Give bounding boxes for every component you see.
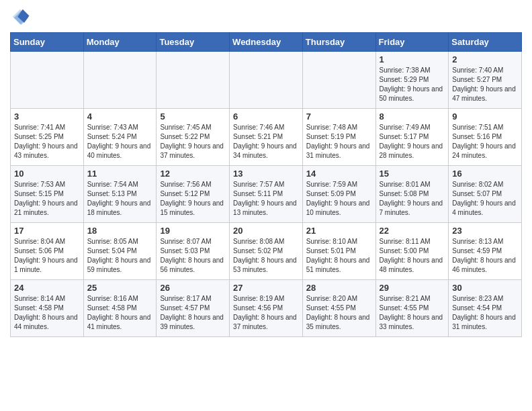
calendar-cell: 19Sunrise: 8:07 AM Sunset: 5:03 PM Dayli… (157, 223, 230, 280)
day-number: 16 (452, 169, 518, 179)
calendar-cell (157, 52, 230, 109)
calendar-cell: 6Sunrise: 7:46 AM Sunset: 5:21 PM Daylig… (230, 109, 303, 166)
day-number: 18 (87, 226, 153, 236)
day-info: Sunrise: 8:19 AM Sunset: 4:56 PM Dayligh… (233, 294, 299, 332)
day-number: 1 (380, 54, 445, 64)
day-info: Sunrise: 8:23 AM Sunset: 4:54 PM Dayligh… (452, 294, 518, 332)
day-info: Sunrise: 7:38 AM Sunset: 5:29 PM Dayligh… (380, 66, 445, 103)
day-number: 20 (233, 226, 299, 236)
day-info: Sunrise: 8:08 AM Sunset: 5:02 PM Dayligh… (233, 237, 299, 275)
header-day-saturday: Saturday (449, 33, 522, 52)
calendar-cell: 15Sunrise: 8:01 AM Sunset: 5:08 PM Dayli… (375, 166, 449, 223)
day-number: 8 (380, 111, 445, 122)
calendar-cell: 5Sunrise: 7:45 AM Sunset: 5:22 PM Daylig… (157, 109, 230, 166)
week-row-3: 10Sunrise: 7:53 AM Sunset: 5:15 PM Dayli… (11, 166, 522, 223)
day-number: 5 (160, 111, 226, 122)
calendar-cell: 27Sunrise: 8:19 AM Sunset: 4:56 PM Dayli… (230, 280, 303, 337)
week-row-2: 3Sunrise: 7:41 AM Sunset: 5:25 PM Daylig… (11, 109, 522, 166)
day-number: 3 (14, 111, 80, 122)
header-day-friday: Friday (375, 33, 449, 52)
day-info: Sunrise: 7:48 AM Sunset: 5:19 PM Dayligh… (306, 123, 372, 161)
week-row-1: 1Sunrise: 7:38 AM Sunset: 5:29 PM Daylig… (11, 52, 522, 109)
day-info: Sunrise: 7:45 AM Sunset: 5:22 PM Dayligh… (160, 123, 226, 161)
header-day-tuesday: Tuesday (157, 33, 230, 52)
calendar-cell (83, 52, 157, 109)
day-info: Sunrise: 7:41 AM Sunset: 5:25 PM Dayligh… (14, 123, 80, 161)
logo-icon (10, 7, 30, 27)
day-number: 11 (87, 169, 153, 179)
day-number: 10 (14, 169, 80, 179)
day-info: Sunrise: 7:56 AM Sunset: 5:12 PM Dayligh… (160, 180, 226, 218)
calendar-cell (302, 52, 375, 109)
calendar-body: 1Sunrise: 7:38 AM Sunset: 5:29 PM Daylig… (11, 52, 522, 337)
header-day-thursday: Thursday (302, 33, 375, 52)
calendar-cell: 29Sunrise: 8:21 AM Sunset: 4:55 PM Dayli… (375, 280, 449, 337)
calendar-cell (230, 52, 303, 109)
calendar-cell: 23Sunrise: 8:13 AM Sunset: 4:59 PM Dayli… (449, 223, 522, 280)
calendar-cell (11, 52, 84, 109)
calendar-cell: 25Sunrise: 8:16 AM Sunset: 4:58 PM Dayli… (83, 280, 157, 337)
day-info: Sunrise: 8:14 AM Sunset: 4:58 PM Dayligh… (14, 294, 80, 332)
day-info: Sunrise: 8:11 AM Sunset: 5:00 PM Dayligh… (380, 237, 445, 275)
logo (10, 7, 33, 27)
calendar-cell: 18Sunrise: 8:05 AM Sunset: 5:04 PM Dayli… (83, 223, 157, 280)
day-info: Sunrise: 7:43 AM Sunset: 5:24 PM Dayligh… (87, 123, 153, 161)
day-number: 19 (160, 226, 226, 236)
day-number: 24 (14, 283, 80, 293)
week-row-5: 24Sunrise: 8:14 AM Sunset: 4:58 PM Dayli… (11, 280, 522, 337)
day-info: Sunrise: 8:21 AM Sunset: 4:55 PM Dayligh… (380, 294, 445, 332)
header-day-wednesday: Wednesday (230, 33, 303, 52)
calendar-cell: 28Sunrise: 8:20 AM Sunset: 4:55 PM Dayli… (302, 280, 375, 337)
day-info: Sunrise: 8:20 AM Sunset: 4:55 PM Dayligh… (306, 294, 372, 332)
day-number: 28 (306, 283, 372, 293)
calendar-cell: 26Sunrise: 8:17 AM Sunset: 4:57 PM Dayli… (157, 280, 230, 337)
day-info: Sunrise: 7:59 AM Sunset: 5:09 PM Dayligh… (306, 180, 372, 218)
calendar-cell: 30Sunrise: 8:23 AM Sunset: 4:54 PM Dayli… (449, 280, 522, 337)
day-info: Sunrise: 8:07 AM Sunset: 5:03 PM Dayligh… (160, 237, 226, 275)
calendar-cell: 13Sunrise: 7:57 AM Sunset: 5:11 PM Dayli… (230, 166, 303, 223)
day-number: 17 (14, 226, 80, 236)
week-row-4: 17Sunrise: 8:04 AM Sunset: 5:06 PM Dayli… (11, 223, 522, 280)
header-row: SundayMondayTuesdayWednesdayThursdayFrid… (11, 33, 522, 52)
day-info: Sunrise: 8:17 AM Sunset: 4:57 PM Dayligh… (160, 294, 226, 332)
day-number: 25 (87, 283, 153, 293)
calendar-cell: 3Sunrise: 7:41 AM Sunset: 5:25 PM Daylig… (11, 109, 84, 166)
calendar-cell: 24Sunrise: 8:14 AM Sunset: 4:58 PM Dayli… (11, 280, 84, 337)
calendar-cell: 1Sunrise: 7:38 AM Sunset: 5:29 PM Daylig… (375, 52, 449, 109)
calendar-header: SundayMondayTuesdayWednesdayThursdayFrid… (11, 33, 522, 52)
day-info: Sunrise: 7:57 AM Sunset: 5:11 PM Dayligh… (233, 180, 299, 218)
day-info: Sunrise: 7:53 AM Sunset: 5:15 PM Dayligh… (14, 180, 80, 218)
calendar-cell: 10Sunrise: 7:53 AM Sunset: 5:15 PM Dayli… (11, 166, 84, 223)
calendar-table: SundayMondayTuesdayWednesdayThursdayFrid… (10, 32, 522, 337)
day-number: 15 (380, 169, 445, 179)
day-info: Sunrise: 8:04 AM Sunset: 5:06 PM Dayligh… (14, 237, 80, 275)
day-number: 14 (306, 169, 372, 179)
calendar-cell: 14Sunrise: 7:59 AM Sunset: 5:09 PM Dayli… (302, 166, 375, 223)
day-number: 29 (380, 283, 445, 293)
calendar-cell: 9Sunrise: 7:51 AM Sunset: 5:16 PM Daylig… (449, 109, 522, 166)
calendar-cell: 7Sunrise: 7:48 AM Sunset: 5:19 PM Daylig… (302, 109, 375, 166)
day-info: Sunrise: 8:10 AM Sunset: 5:01 PM Dayligh… (306, 237, 372, 275)
day-number: 2 (452, 54, 518, 64)
day-info: Sunrise: 7:54 AM Sunset: 5:13 PM Dayligh… (87, 180, 153, 218)
calendar-cell: 20Sunrise: 8:08 AM Sunset: 5:02 PM Dayli… (230, 223, 303, 280)
day-number: 30 (452, 283, 518, 293)
calendar-cell: 21Sunrise: 8:10 AM Sunset: 5:01 PM Dayli… (302, 223, 375, 280)
day-info: Sunrise: 8:16 AM Sunset: 4:58 PM Dayligh… (87, 294, 153, 332)
calendar-cell: 2Sunrise: 7:40 AM Sunset: 5:27 PM Daylig… (449, 52, 522, 109)
page-header (10, 7, 522, 27)
day-number: 4 (87, 111, 153, 122)
calendar-cell: 16Sunrise: 8:02 AM Sunset: 5:07 PM Dayli… (449, 166, 522, 223)
header-day-monday: Monday (83, 33, 157, 52)
day-number: 6 (233, 111, 299, 122)
day-number: 12 (160, 169, 226, 179)
day-number: 22 (380, 226, 445, 236)
day-number: 26 (160, 283, 226, 293)
day-info: Sunrise: 7:51 AM Sunset: 5:16 PM Dayligh… (452, 123, 518, 161)
day-number: 7 (306, 111, 372, 122)
day-info: Sunrise: 8:13 AM Sunset: 4:59 PM Dayligh… (452, 237, 518, 275)
page-container: SundayMondayTuesdayWednesdayThursdayFrid… (0, 0, 532, 344)
calendar-cell: 8Sunrise: 7:49 AM Sunset: 5:17 PM Daylig… (375, 109, 449, 166)
calendar-cell: 22Sunrise: 8:11 AM Sunset: 5:00 PM Dayli… (375, 223, 449, 280)
day-number: 9 (452, 111, 518, 122)
